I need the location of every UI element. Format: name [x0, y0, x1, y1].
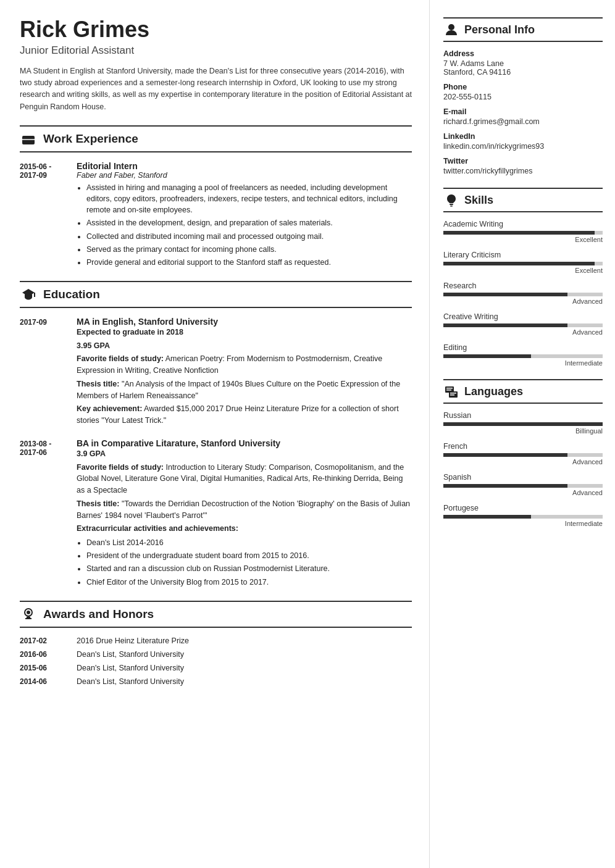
personal-phone: Phone 202-555-0115 [443, 83, 603, 101]
work-bullet-0-0: Assisted in hiring and managing a pool o… [86, 182, 412, 215]
svg-rect-17 [450, 394, 454, 396]
skill-level-4: Intermediate [443, 359, 603, 367]
graduation-icon [20, 286, 37, 303]
skill-bar-4 [443, 354, 603, 358]
awards-section: Awards and Honors 2017-02 2016 Drue Hein… [20, 601, 412, 686]
skill-item-0: Academic Writing Excellent [443, 220, 603, 243]
phone-value: 202-555-0115 [443, 93, 603, 101]
lang-bar-3 [443, 515, 603, 519]
edu-line-1-1: Favorite fields of study: Introduction t… [77, 462, 412, 496]
address-value: 7 W. Adams LaneStanford, CA 94116 [443, 59, 603, 77]
edu-bullet-1-0: Dean's List 2014-2016 [86, 537, 412, 548]
svg-rect-0 [22, 136, 35, 144]
skill-item-4: Editing Intermediate [443, 343, 603, 367]
lang-name-0: Russian [443, 411, 603, 420]
languages-section: Languages Russian Billingual French Adva… [443, 379, 603, 527]
edu-line-0-0: Expected to graduate in 2018 [77, 327, 412, 338]
education-title: Education [43, 288, 100, 301]
twitter-label: Twitter [443, 157, 603, 165]
skill-item-1: Literary Criticism Excellent [443, 251, 603, 274]
skill-bar-1 [443, 262, 603, 265]
personal-info-title: Personal Info [464, 23, 535, 36]
work-bullet-0-3: Served as the primary contact for incomi… [86, 244, 412, 255]
work-experience-section: Work Experience 2015-06 -2017-09 Editori… [20, 125, 412, 270]
personal-address: Address 7 W. Adams LaneStanford, CA 9411… [443, 49, 603, 77]
skill-name-1: Literary Criticism [443, 251, 603, 259]
work-content-0: Editorial Intern Faber and Faber, Stanfo… [77, 161, 412, 270]
svg-rect-10 [450, 204, 453, 205]
address-label: Address [443, 49, 603, 58]
skill-fill-3 [443, 323, 567, 327]
lang-item-1: French Advanced [443, 442, 603, 465]
work-bullet-0-2: Collected and distributed incoming mail … [86, 231, 412, 242]
lang-bar-1 [443, 453, 603, 457]
skill-item-3: Creative Writing Advanced [443, 312, 603, 336]
edu-bullet-1-2: Started and ran a discussion club on Rus… [86, 563, 412, 574]
work-experience-header: Work Experience [20, 125, 412, 152]
work-experience-title: Work Experience [43, 132, 138, 146]
lang-item-0: Russian Billingual [443, 411, 603, 435]
edu-content-1: BA in Comparative Litarature, Stanford U… [77, 438, 412, 590]
svg-rect-8 [25, 618, 31, 619]
edu-title-0: MA in English, Stanford University [77, 317, 412, 327]
skill-name-3: Creative Writing [443, 312, 603, 321]
skills-section: Skills Academic Writing Excellent Litera… [443, 188, 603, 367]
edu-title-1: BA in Comparative Litarature, Stanford U… [77, 438, 412, 448]
work-entry-0: 2015-06 -2017-09 Editorial Intern Faber … [20, 161, 412, 270]
lang-fill-0 [443, 422, 603, 426]
lang-item-3: Portugese Intermediate [443, 504, 603, 527]
skill-bar-3 [443, 323, 603, 327]
lang-name-2: Spanish [443, 473, 603, 482]
work-bullet-0-1: Assisted in the development, design, and… [86, 217, 412, 228]
edu-bullets-1: Dean's List 2014-2016 President of the u… [77, 537, 412, 588]
education-section: Education 2017-09 MA in English, Stanfor… [20, 281, 412, 590]
skill-fill-4 [443, 354, 531, 358]
languages-header: Languages [443, 379, 603, 404]
lang-fill-2 [443, 484, 567, 488]
award-date-1: 2016-06 [20, 650, 69, 659]
personal-info-section: Personal Info Address 7 W. Adams LaneSta… [443, 17, 603, 175]
edu-content-0: MA in English, Stanford University Expec… [77, 317, 412, 428]
twitter-value: twitter.com/rickyfillygrimes [443, 167, 603, 175]
person-summary: MA Student in English at Stanford Univer… [20, 65, 412, 114]
svg-rect-11 [450, 206, 453, 207]
work-bullets-0: Assisted in hiring and managing a pool o… [77, 182, 412, 268]
award-text-3: Dean's List, Stanford University [77, 677, 184, 686]
edu-line-0-3: Thesis title: "An Analysis of the Impact… [77, 378, 412, 402]
edu-bullet-1-3: Chief Editor of the University Blog from… [86, 577, 412, 588]
phone-label: Phone [443, 83, 603, 91]
skill-fill-2 [443, 293, 567, 296]
skill-name-4: Editing [443, 343, 603, 352]
lang-bar-2 [443, 484, 603, 488]
lang-name-1: French [443, 442, 603, 451]
email-label: E-mail [443, 107, 603, 116]
edu-line-1-3: Extracurricular activities and achieveme… [77, 523, 412, 535]
linkedin-value: linkedin.com/in/rickygrimes93 [443, 142, 603, 151]
award-row-1: 2016-06 Dean's List, Stanford University [20, 650, 412, 659]
personal-email: E-mail richard.f.grimes@gmail.com [443, 107, 603, 126]
award-date-0: 2017-02 [20, 636, 69, 645]
personal-linkedin: LinkedIn linkedin.com/in/rickygrimes93 [443, 132, 603, 151]
email-value: richard.f.grimes@gmail.com [443, 117, 603, 126]
personal-twitter: Twitter twitter.com/rickyfillygrimes [443, 157, 603, 175]
edu-line-0-4: Key achievement: Awarded $15,000 2017 Dr… [77, 403, 412, 427]
lang-level-3: Intermediate [443, 520, 603, 527]
award-date-3: 2014-06 [20, 677, 69, 686]
work-date-0: 2015-06 -2017-09 [20, 161, 69, 270]
skill-level-2: Advanced [443, 298, 603, 305]
award-row-0: 2017-02 2016 Drue Heinz Literature Prize [20, 636, 412, 645]
work-subtitle-0: Faber and Faber, Stanford [77, 171, 412, 180]
briefcase-icon [20, 130, 37, 148]
award-row-3: 2014-06 Dean's List, Stanford University [20, 677, 412, 686]
award-date-2: 2015-06 [20, 664, 69, 672]
person-name: Rick Grimes [20, 17, 412, 42]
svg-rect-13 [446, 388, 453, 389]
skills-title: Skills [464, 194, 493, 207]
awards-title: Awards and Honors [43, 607, 154, 621]
lang-fill-3 [443, 515, 531, 519]
person-title: Junior Editorial Assistant [20, 44, 412, 57]
edu-line-1-2: Thesis title: "Towards the Derridian Dec… [77, 498, 412, 522]
education-header: Education [20, 281, 412, 308]
edu-line-0-1: 3.95 GPA [77, 340, 412, 352]
languages-title: Languages [464, 385, 523, 398]
